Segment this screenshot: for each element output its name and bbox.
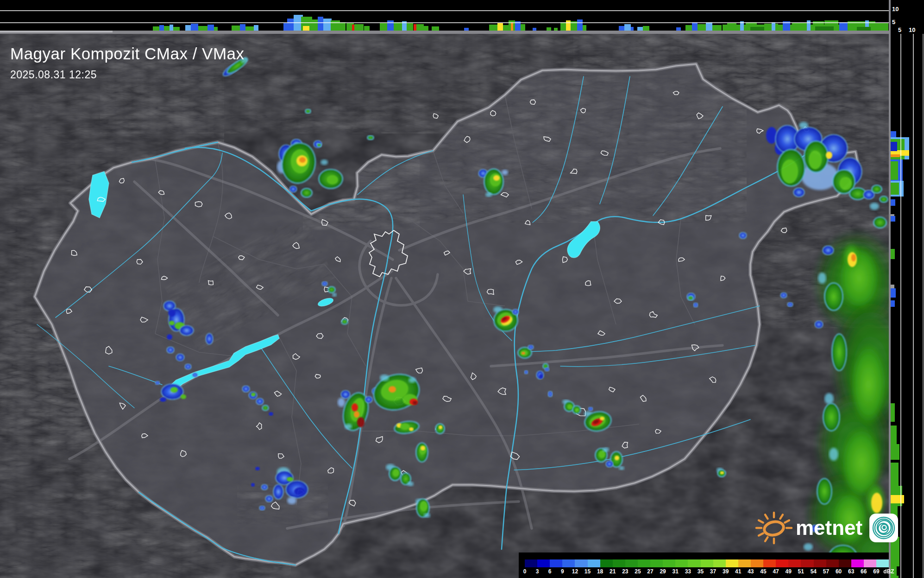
scale-cell: [613, 559, 625, 567]
scale-tick-label: 57: [823, 568, 829, 575]
scale-cell: [537, 559, 550, 567]
scale-tick-label: 12: [572, 568, 578, 575]
logo-text: metnet: [796, 516, 862, 540]
scale-tick-label: 9: [561, 568, 564, 575]
timestamp: 2025.08.31 12:25: [10, 69, 245, 81]
scale-tick-label: 6: [548, 568, 552, 575]
scale-tick-label: 54: [811, 568, 817, 575]
scale-cell: [814, 559, 826, 567]
sun-icon: [754, 510, 794, 546]
scale-cell: [851, 559, 864, 567]
scale-cell: [726, 559, 738, 567]
scale-cell: [776, 559, 788, 567]
scale-cell: [638, 559, 650, 567]
scale-cell: [839, 559, 851, 567]
scale-cell: [675, 559, 688, 567]
scale-tick-label: 66: [861, 568, 867, 575]
scale-cell: [625, 559, 638, 567]
scale-tick-label: 25: [635, 568, 641, 575]
scale-tick-label: 60: [836, 568, 842, 575]
scale-tick-label: 47: [773, 568, 779, 575]
scale-tick-label: 35: [698, 568, 704, 575]
right-profile-label-5: 5: [898, 26, 901, 33]
separator-highlight: [0, 31, 113, 32]
scale-cell: [876, 559, 889, 567]
top-profile-label-10: 10: [892, 6, 899, 13]
scale-tick-label: 49: [785, 568, 791, 575]
dbz-color-scale: 0369121518212325272931333537394143454749…: [519, 553, 889, 578]
scale-tick-label: 21: [610, 568, 616, 575]
scale-tick-label: 29: [660, 568, 666, 575]
scale-tick-label: 18: [597, 568, 603, 575]
scale-cell: [550, 559, 562, 567]
scale-cell: [588, 559, 600, 567]
radar-composite-page: 10 5 5 10 Magyar Kompozit CMax / VMax 20…: [0, 0, 924, 578]
scale-cell: [663, 559, 675, 567]
title-block: Magyar Kompozit CMax / VMax 2025.08.31 1…: [10, 44, 245, 81]
scale-tick-label: 41: [735, 568, 741, 575]
scale-cell: [751, 559, 763, 567]
scale-tick-label: 31: [673, 568, 679, 575]
scale-tick-label: 43: [748, 568, 754, 575]
scale-cell: [688, 559, 700, 567]
metnet-app-icon: [869, 513, 899, 543]
color-scale-labels: 0369121518212325272931333537394143454749…: [525, 568, 889, 576]
scale-tick-label: 37: [710, 568, 716, 575]
scale-tick-label: 51: [798, 568, 804, 575]
scale-unit-label: dBZ: [883, 568, 894, 575]
scale-tick-label: 3: [536, 568, 539, 575]
scale-cell: [738, 559, 751, 567]
scale-cell: [701, 559, 713, 567]
scale-tick-label: 15: [585, 568, 591, 575]
metnet-logo: metnet: [754, 510, 899, 546]
scale-cell: [600, 559, 613, 567]
scale-cell: [713, 559, 726, 567]
color-scale-cells: [525, 559, 889, 567]
scale-tick-label: 39: [723, 568, 729, 575]
scale-cell: [864, 559, 876, 567]
right-height-profile: [891, 0, 924, 578]
top-profile-label-5: 5: [892, 19, 895, 25]
scale-cell: [562, 559, 575, 567]
scale-tick-label: 63: [848, 568, 854, 575]
scale-cell: [525, 559, 537, 567]
scale-cell: [763, 559, 776, 567]
scale-tick-label: 27: [647, 568, 653, 575]
top-height-profile: [0, 0, 889, 31]
scale-tick-label: 45: [760, 568, 766, 575]
right-profile-label-10: 10: [909, 26, 915, 33]
scale-tick-label: 33: [685, 568, 691, 575]
scale-cell: [650, 559, 663, 567]
scale-cell: [826, 559, 839, 567]
page-title: Magyar Kompozit CMax / VMax: [10, 44, 245, 63]
scale-tick-label: 69: [873, 568, 879, 575]
scale-tick-label: 23: [622, 568, 628, 575]
radar-map: [0, 34, 889, 578]
scale-cell: [788, 559, 801, 567]
scale-cell: [575, 559, 587, 567]
horizontal-separator: [0, 31, 889, 34]
scale-tick-label: 0: [523, 568, 527, 575]
scale-cell: [801, 559, 813, 567]
